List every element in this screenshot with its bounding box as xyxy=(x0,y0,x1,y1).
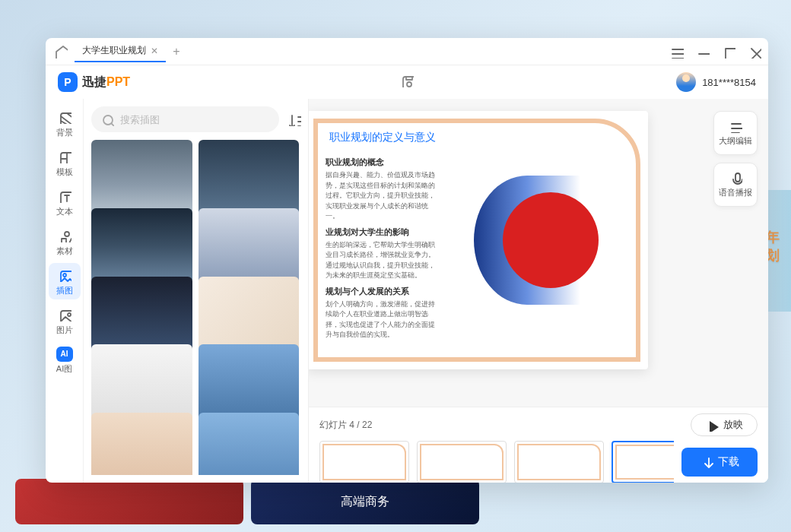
svg-rect-13 xyxy=(735,173,740,182)
illustration-thumb[interactable] xyxy=(199,413,300,475)
footer: 幻灯片 4 / 22 放映 下载 xyxy=(309,407,768,483)
background-icon xyxy=(56,109,73,125)
illustration-thumb[interactable] xyxy=(91,140,192,215)
slide-thumb[interactable] xyxy=(514,441,604,483)
search-box[interactable] xyxy=(91,106,279,132)
app-window: 大学生职业规划 ✕ + P 迅捷PPT 181****8154 xyxy=(46,38,768,483)
maximize-button[interactable] xyxy=(721,44,736,59)
section-body: 划个人明确方向，激发潜能，促进持续助个人在职业道路上做出明智选择，实现也促进了个… xyxy=(326,299,440,340)
search-icon xyxy=(100,112,114,126)
home-icon xyxy=(54,45,68,59)
footer-top: 幻灯片 4 / 22 放映 xyxy=(319,413,758,436)
logo-mark: P xyxy=(58,72,78,92)
tab-label: 大学生职业规划 xyxy=(82,44,146,57)
outline-edit-button[interactable]: 大纲编辑 xyxy=(713,111,758,155)
close-icon xyxy=(748,45,761,59)
menu-button[interactable] xyxy=(669,44,685,59)
slide[interactable]: 职业规划的定义与意义 职业规划的概念 据自身兴趣、能力、价值观及市场趋势，是实现… xyxy=(309,111,648,369)
save-indicator[interactable] xyxy=(400,74,414,90)
illustration-grid xyxy=(91,140,303,475)
slide-text-column: 职业规划的定义与意义 职业规划的概念 据自身兴趣、能力、价值观及市场趋势，是实现… xyxy=(326,131,440,350)
slide-thumb[interactable] xyxy=(417,441,507,483)
section-body: 生的影响深远，它帮助大学生明确职业目习成长路径，增强就业竞争力。通过规地认识自我… xyxy=(326,240,440,281)
sort-button[interactable] xyxy=(285,110,303,128)
menu-icon xyxy=(670,45,684,59)
tab-active[interactable]: 大学生职业规划 ✕ xyxy=(75,41,166,62)
minimize-icon xyxy=(696,45,710,59)
voice-button[interactable]: 语音播报 xyxy=(713,163,758,207)
rail-item-template[interactable]: 模板 xyxy=(49,144,81,181)
user-phone: 181****8154 xyxy=(702,77,756,88)
svg-point-12 xyxy=(103,116,113,125)
slide-thumbnails xyxy=(319,441,674,483)
user-area: 181****8154 xyxy=(676,72,756,92)
slide-thumb[interactable] xyxy=(319,441,409,483)
illustration-thumb[interactable] xyxy=(91,208,192,283)
section-body: 据自身兴趣、能力、价值观及市场趋势，是实现这些目标的计划和策略的过程。它职业方向… xyxy=(326,170,440,222)
rail-item-text[interactable]: 文本 xyxy=(49,184,81,220)
slide-counter: 幻灯片 4 / 22 xyxy=(319,419,372,432)
canvas: ◂ 职业规划的定义与意义 职业规划的概念 据自身兴趣、能力、价值观及市场趋势，是… xyxy=(309,99,768,407)
section-heading: 规划与个人发展的关系 xyxy=(326,286,440,297)
minimize-button[interactable] xyxy=(695,44,710,59)
illustration-icon xyxy=(56,267,73,283)
window-controls xyxy=(669,44,762,59)
home-button[interactable] xyxy=(52,43,70,61)
rail-item-illustration[interactable]: 插图 xyxy=(49,263,81,299)
slide-title: 职业规划的定义与意义 xyxy=(326,131,440,144)
illustration-panel xyxy=(84,99,309,483)
asset-icon xyxy=(56,227,73,244)
rail-item-asset[interactable]: 素材 xyxy=(49,223,81,260)
search-row xyxy=(91,106,303,132)
svg-rect-5 xyxy=(61,192,71,203)
svg-point-6 xyxy=(65,232,69,236)
app-body: 背景 模板 文本 素材 插图 图片 AI xyxy=(46,99,768,483)
outline-icon xyxy=(729,119,742,133)
illustration-thumb[interactable] xyxy=(199,344,300,420)
image-icon xyxy=(56,306,73,323)
illustration-thumb[interactable] xyxy=(91,277,192,352)
mic-icon xyxy=(729,171,742,185)
close-icon[interactable]: ✕ xyxy=(151,46,158,56)
rail-item-image[interactable]: 图片 xyxy=(49,302,81,339)
text-icon xyxy=(56,188,73,204)
illustration-thumb[interactable] xyxy=(91,344,192,420)
download-icon xyxy=(700,455,713,469)
search-input[interactable] xyxy=(120,114,270,125)
section-heading: 业规划对大学生的影响 xyxy=(326,226,440,238)
illustration-thumb[interactable] xyxy=(199,140,300,215)
svg-rect-7 xyxy=(62,239,66,242)
slide-thumb-active[interactable] xyxy=(612,441,674,483)
maximize-icon xyxy=(722,45,735,59)
bg-card-dark: 高端商务 xyxy=(251,479,479,524)
brand-bar: P 迅捷PPT 181****8154 xyxy=(46,65,768,99)
rail-item-bg[interactable]: 背景 xyxy=(49,105,81,141)
orb-graphic xyxy=(474,176,603,305)
avatar[interactable] xyxy=(676,72,696,92)
rail-item-ai[interactable]: AI AI图 xyxy=(49,342,81,378)
section-heading: 职业规划的概念 xyxy=(326,157,440,168)
close-button[interactable] xyxy=(747,44,762,59)
download-button[interactable]: 下载 xyxy=(681,448,758,477)
right-tools: 大纲编辑 语音播报 xyxy=(713,111,758,207)
illustration-thumb[interactable] xyxy=(199,277,300,352)
background-bottom-cards: 高端商务 xyxy=(0,479,791,532)
template-icon xyxy=(56,148,73,165)
tab-strip: 大学生职业规划 ✕ + xyxy=(75,41,187,62)
svg-point-9 xyxy=(63,274,66,277)
svg-point-11 xyxy=(68,313,71,316)
main-area: ◂ 职业规划的定义与意义 职业规划的概念 据自身兴趣、能力、价值观及市场趋势，是… xyxy=(309,99,768,483)
svg-point-2 xyxy=(407,82,411,87)
svg-rect-0 xyxy=(726,49,735,59)
add-tab-button[interactable]: + xyxy=(166,41,187,62)
left-rail: 背景 模板 文本 素材 插图 图片 AI xyxy=(46,99,84,483)
illustration-thumb[interactable] xyxy=(199,208,300,283)
sort-icon xyxy=(287,112,301,126)
play-button[interactable]: 放映 xyxy=(691,413,758,436)
save-icon xyxy=(400,74,414,87)
bg-card-red xyxy=(15,479,243,524)
illustration-thumb[interactable] xyxy=(91,413,192,475)
slide-graphic xyxy=(449,131,628,350)
ai-icon: AI xyxy=(56,347,73,362)
svg-rect-4 xyxy=(61,153,71,163)
